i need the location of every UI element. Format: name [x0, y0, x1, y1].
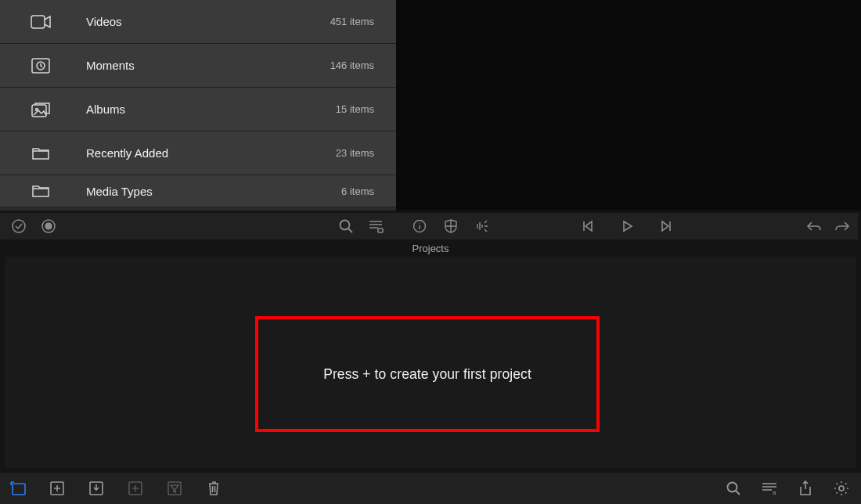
gear-icon[interactable]: [833, 480, 850, 497]
sidebar-item-media-types[interactable]: Media Types 6 items: [0, 175, 396, 207]
skip-back-icon[interactable]: [578, 217, 597, 236]
checkmark-circle-icon[interactable]: [9, 217, 28, 236]
sidebar-item-albums[interactable]: Albums 15 items: [0, 88, 396, 131]
search-icon[interactable]: [337, 217, 355, 236]
folder-icon: [30, 142, 52, 164]
sidebar-item-count: 23 items: [336, 147, 374, 159]
share-icon[interactable]: [797, 480, 814, 497]
add-project-icon[interactable]: [49, 480, 66, 497]
svg-point-18: [839, 486, 844, 491]
sidebar-item-count: 146 items: [330, 59, 374, 71]
record-icon[interactable]: [39, 217, 58, 236]
folder-icon: [30, 180, 52, 202]
svg-rect-9: [378, 229, 383, 232]
list-settings-icon[interactable]: [366, 217, 385, 236]
preview-panel: [396, 0, 861, 211]
annotation-highlight: Press + to create your first project: [255, 316, 600, 432]
sidebar-item-label: Recently Added: [86, 146, 336, 160]
svg-point-16: [728, 483, 737, 492]
clock-rect-icon: [30, 55, 52, 77]
empty-project-message: Press + to create your first project: [323, 366, 531, 383]
media-sidebar: Videos 451 items Moments 146 items: [0, 0, 396, 211]
filter-disabled-icon: [166, 480, 183, 497]
search-icon[interactable]: [725, 480, 742, 497]
sidebar-item-videos[interactable]: Videos 451 items: [0, 0, 396, 44]
sidebar-item-label: Moments: [86, 59, 330, 72]
albums-icon: [30, 99, 52, 121]
sidebar-item-recently-added[interactable]: Recently Added 23 items: [0, 131, 396, 175]
bottom-toolbar: a: [0, 473, 861, 504]
undo-icon[interactable]: [805, 217, 823, 236]
text-list-icon[interactable]: a: [761, 480, 778, 497]
svg-point-8: [340, 221, 350, 230]
top-region: Videos 451 items Moments 146 items: [0, 0, 861, 211]
sidebar-item-label: Albums: [86, 103, 336, 116]
svg-rect-0: [31, 16, 45, 28]
svg-rect-15: [168, 482, 181, 495]
sidebar-item-count: 15 items: [336, 103, 374, 115]
shield-icon[interactable]: [441, 217, 460, 236]
sidebar-item-moments[interactable]: Moments 146 items: [0, 44, 396, 88]
svg-point-5: [13, 220, 25, 232]
sidebar-toolbar: [0, 213, 396, 239]
svg-text:a: a: [773, 489, 776, 495]
sidebar-item-count: 6 items: [341, 185, 374, 197]
camera-icon: [30, 11, 52, 33]
preview-toolbar: [396, 213, 858, 239]
info-icon[interactable]: [410, 217, 429, 236]
sidebar-item-label: Media Types: [86, 185, 341, 198]
skip-forward-icon[interactable]: [657, 217, 675, 236]
projects-heading: Projects: [0, 243, 861, 254]
trash-icon[interactable]: [205, 480, 222, 497]
add-disabled-icon: [127, 480, 144, 497]
import-icon[interactable]: [88, 480, 105, 497]
redo-icon[interactable]: [833, 217, 852, 236]
timeline-mode-icon[interactable]: [9, 480, 27, 497]
svg-point-7: [45, 223, 52, 229]
sidebar-item-count: 451 items: [330, 16, 374, 27]
sidebar-item-label: Videos: [86, 15, 330, 28]
audio-burst-icon[interactable]: [473, 217, 492, 236]
play-icon[interactable]: [618, 217, 636, 236]
svg-rect-11: [13, 484, 25, 495]
